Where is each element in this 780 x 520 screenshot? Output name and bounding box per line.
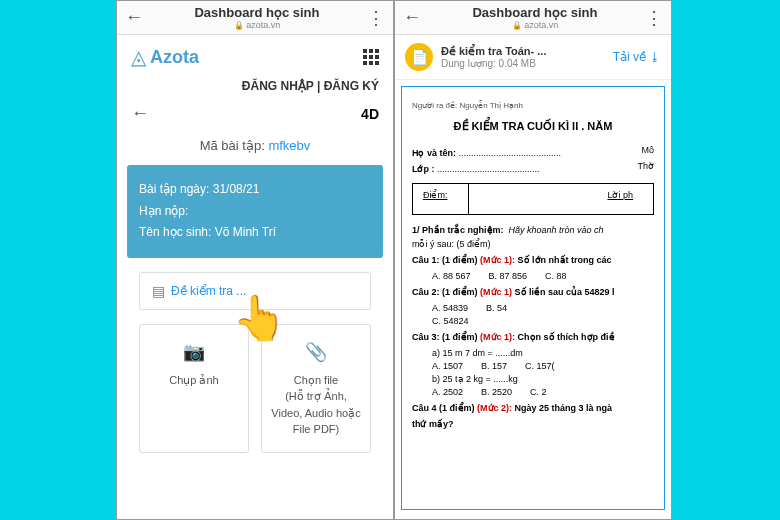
code-row: Mã bài tập: mfkebv	[117, 132, 393, 159]
exam-file-link[interactable]: ▤ Đề kiểm tra ...	[139, 272, 371, 310]
right-content: 📄 Đề kiểm tra Toán- ... Dung lượng: 0.04…	[395, 35, 671, 519]
logo-text: Azota	[150, 47, 199, 68]
file-icon: 📄	[405, 43, 433, 71]
left-content: ◬ Azota ĐĂNG NHẬP | ĐĂNG KÝ ← 4D Mã bài …	[117, 35, 393, 519]
choose-file-button[interactable]: 📎 Chọn file (Hỗ trợ Ảnh, Video, Audio ho…	[261, 324, 371, 453]
page-title: Dashboard học sinh	[153, 5, 361, 20]
class-label: 4D	[361, 106, 379, 122]
auth-links: ĐĂNG NHẬP | ĐĂNG KÝ	[117, 79, 393, 99]
url-text: azota.vn	[246, 20, 280, 30]
phone-right: ← Dashboard học sinh 🔒 azota.vn ⋮ 📄 Đề k…	[394, 0, 672, 520]
document-icon: ▤	[152, 283, 165, 299]
browser-bar: ← Dashboard học sinh 🔒 azota.vn ⋮	[395, 1, 671, 35]
doc-title: ĐỀ KIỂM TRA CUỐI KÌ II . NĂM	[412, 120, 654, 133]
document-preview[interactable]: Người ra đề: Nguyễn Thị Hạnh ĐỀ KIỂM TRA…	[401, 86, 665, 510]
info-card: Bài tập ngày: 31/08/21 Hạn nộp: Tên học …	[127, 165, 383, 258]
browser-back-icon[interactable]: ←	[125, 7, 143, 28]
exercise-code[interactable]: mfkebv	[268, 138, 310, 153]
action-row: 📷 Chụp ảnh 📎 Chọn file (Hỗ trợ Ảnh, Vide…	[117, 324, 393, 453]
logo[interactable]: ◬ Azota	[131, 45, 199, 69]
logo-mark-icon: ◬	[131, 45, 146, 69]
url-area[interactable]: Dashboard học sinh 🔒 azota.vn	[431, 5, 639, 30]
apps-grid-icon[interactable]	[363, 49, 379, 65]
browser-back-icon[interactable]: ←	[403, 7, 421, 28]
back-icon[interactable]: ←	[131, 103, 149, 124]
url-area[interactable]: Dashboard học sinh 🔒 azota.vn	[153, 5, 361, 30]
lock-icon: 🔒	[512, 21, 522, 30]
menu-dots-icon[interactable]: ⋮	[367, 7, 385, 29]
url-text: azota.vn	[524, 20, 558, 30]
menu-dots-icon[interactable]: ⋮	[645, 7, 663, 29]
paperclip-icon: 📎	[270, 339, 362, 366]
signup-link[interactable]: ĐĂNG KÝ	[324, 79, 379, 93]
login-link[interactable]: ĐĂNG NHẬP	[242, 79, 314, 93]
download-icon: ⭳	[649, 50, 661, 64]
download-bar: 📄 Đề kiểm tra Toán- ... Dung lượng: 0.04…	[395, 35, 671, 80]
lock-icon: 🔒	[234, 21, 244, 30]
page-title: Dashboard học sinh	[431, 5, 639, 20]
download-title: Đề kiểm tra Toán- ...	[441, 45, 605, 58]
capture-photo-button[interactable]: 📷 Chụp ảnh	[139, 324, 249, 453]
browser-bar: ← Dashboard học sinh 🔒 azota.vn ⋮	[117, 1, 393, 35]
download-button[interactable]: Tải về ⭳	[613, 50, 661, 64]
camera-icon: 📷	[148, 339, 240, 366]
phone-left: ← Dashboard học sinh 🔒 azota.vn ⋮ ◬ Azot…	[116, 0, 394, 520]
